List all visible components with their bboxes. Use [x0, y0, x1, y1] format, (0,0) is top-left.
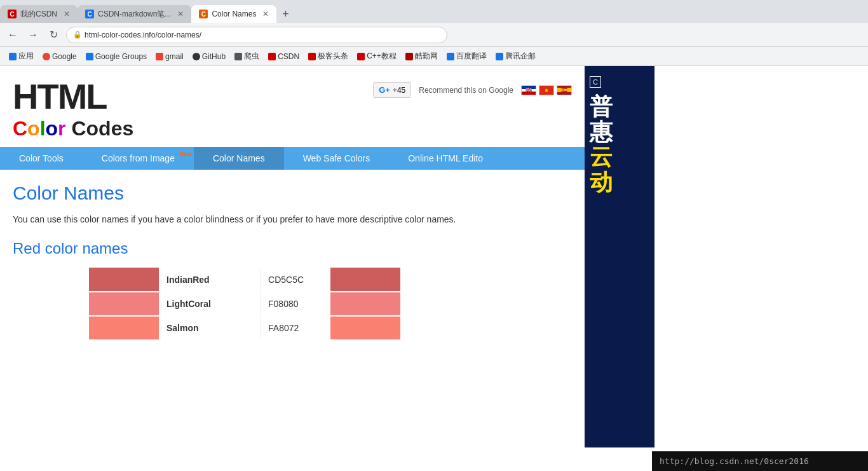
- page-description: You can use this color names if you have…: [13, 214, 572, 224]
- sidebar-c-badge: C: [590, 76, 601, 88]
- refresh-button[interactable]: ↻: [46, 27, 61, 43]
- bookmark-label-spider: 爬虫: [244, 51, 259, 62]
- forward-button[interactable]: →: [25, 27, 41, 43]
- bookmark-gmail[interactable]: gmail: [152, 51, 187, 62]
- logo-html-text: HTML: [13, 76, 133, 117]
- bookmark-label-kuqin: 酷勤网: [415, 51, 438, 62]
- bookmark-label-cpp: C++教程: [367, 51, 397, 62]
- site-header: HTML Color Codes G+ +45 Recommend this o: [0, 66, 585, 147]
- tab-csdn[interactable]: C 我的CSDN ✕: [0, 5, 78, 23]
- sidebar-text-3: 云: [590, 144, 649, 170]
- flag-es[interactable]: 🇪🇸: [557, 85, 572, 95]
- bookmarks-bar: 应用 Google Google Groups gmail GitHub 爬虫 …: [0, 47, 868, 66]
- bookmark-kuqin[interactable]: 酷勤网: [402, 50, 442, 63]
- sidebar-content: C 普 惠 云 动: [585, 66, 654, 447]
- bookmark-label-gmail: gmail: [165, 52, 184, 61]
- bookmark-geek[interactable]: 极客头条: [304, 50, 352, 63]
- nav-color-tools[interactable]: Color Tools: [0, 147, 83, 170]
- logo-subtitle: Color Codes: [13, 117, 133, 140]
- bookmark-apps[interactable]: 应用: [5, 50, 37, 63]
- bookmark-label-csdn: CSDN: [278, 52, 299, 61]
- bookmark-label-tencent: 腾讯企邮: [505, 51, 536, 62]
- bookmark-cpp[interactable]: C++教程: [353, 50, 400, 63]
- bookmark-label-baidu: 百度翻译: [456, 51, 487, 62]
- tab-csdn-md[interactable]: C CSDN-markdown笔... ✕: [78, 5, 191, 23]
- color-code-indianred: CD5C5C: [261, 268, 330, 292]
- bottom-url: http://blog.csdn.net/0scer2016: [660, 456, 809, 466]
- tab-favicon-color: C: [199, 10, 208, 18]
- new-tab-button[interactable]: +: [276, 5, 294, 23]
- browser-chrome: C 我的CSDN ✕ C CSDN-markdown笔... ✕ C Color…: [0, 0, 868, 66]
- nav-web-safe[interactable]: Web Safe Colors: [284, 147, 390, 170]
- nav-color-names[interactable]: Color Names: [194, 147, 284, 170]
- sidebar-text-4: 动: [590, 170, 649, 195]
- logo-html: HTML: [13, 76, 107, 117]
- bookmark-groups[interactable]: Google Groups: [82, 51, 151, 62]
- tab-label-color: Color Names: [212, 10, 256, 18]
- tab-color-names[interactable]: C Color Names ✕: [191, 5, 276, 23]
- sidebar-text-1: 普: [590, 94, 649, 119]
- table-row: Salmon FA8072: [89, 316, 400, 340]
- table-row: LightCoral F08080: [89, 292, 400, 316]
- color-name-salmon: Salmon: [159, 316, 261, 340]
- tab-close-csdn-md[interactable]: ✕: [177, 10, 184, 18]
- spider-icon: [234, 53, 242, 60]
- page-content: HTML Color Codes G+ +45 Recommend this o: [0, 66, 868, 447]
- header-right: G+ +45 Recommend this on Google 🇬🇧 ★ 🇪🇸: [373, 76, 572, 98]
- section-title: Red color names: [13, 240, 572, 257]
- gmail-icon: [156, 53, 163, 60]
- flag-cn[interactable]: ★: [539, 85, 554, 95]
- gplus-count: +45: [393, 86, 405, 95]
- apps-icon: [9, 53, 17, 60]
- bookmark-google[interactable]: Google: [39, 51, 81, 62]
- bookmark-csdn[interactable]: CSDN: [264, 51, 303, 62]
- cpp-icon: [357, 53, 365, 60]
- bookmark-label-google: Google: [52, 52, 77, 61]
- baidu-icon: [447, 53, 454, 60]
- color-swatch-right-salmon: [330, 316, 400, 340]
- github-icon: [193, 53, 200, 60]
- page-title: Color Names: [13, 182, 572, 204]
- nav-colors-from-image[interactable]: Colors from Image New: [83, 147, 194, 170]
- tab-label-csdn-md: CSDN-markdown笔...: [98, 9, 171, 20]
- bookmark-baidu-trans[interactable]: 百度翻译: [443, 50, 491, 63]
- kuqin-icon: [405, 53, 413, 60]
- url-text: html-color-codes.info/color-names/: [85, 31, 201, 39]
- color-swatch-left-salmon: [89, 316, 159, 340]
- logo-area: HTML Color Codes: [13, 76, 133, 140]
- color-swatch-right-lightcoral: [330, 292, 400, 316]
- main-content: HTML Color Codes G+ +45 Recommend this o: [0, 66, 585, 447]
- color-swatch-left-indianred: [89, 268, 159, 292]
- bookmark-spider[interactable]: 爬虫: [231, 50, 263, 63]
- recommend-text: Recommend this on Google: [419, 86, 513, 95]
- bookmark-tencent[interactable]: 腾讯企邮: [492, 50, 539, 63]
- geek-icon: [308, 53, 316, 60]
- bookmark-label-groups: Google Groups: [95, 52, 147, 61]
- bookmark-label-apps: 应用: [18, 51, 34, 62]
- color-name-indianred: IndianRed: [159, 268, 261, 292]
- bookmark-label-github: GitHub: [202, 52, 226, 61]
- color-swatch-left-lightcoral: [89, 292, 159, 316]
- color-code-lightcoral: F08080: [261, 292, 330, 316]
- color-name-lightcoral: LightCoral: [159, 292, 261, 316]
- url-bar[interactable]: 🔒 html-color-codes.info/color-names/: [66, 27, 447, 43]
- bookmark-github[interactable]: GitHub: [189, 51, 229, 62]
- tab-favicon-csdn: C: [8, 10, 17, 18]
- right-sidebar: C 普 惠 云 动: [585, 66, 654, 447]
- color-code-salmon: FA8072: [261, 316, 330, 340]
- tencent-icon: [496, 53, 503, 60]
- table-row: IndianRed CD5C5C: [89, 268, 400, 292]
- tab-close-color[interactable]: ✕: [262, 10, 269, 18]
- nav-html-editor[interactable]: Online HTML Edito: [389, 147, 502, 170]
- bottom-bar: http://blog.csdn.net/0scer2016: [652, 451, 868, 471]
- logo-color-text: Color: [13, 117, 71, 140]
- groups-icon: [86, 53, 93, 60]
- tab-close-csdn[interactable]: ✕: [64, 10, 70, 18]
- gplus-label: G+: [379, 85, 390, 95]
- color-swatch-right-indianred: [330, 268, 400, 292]
- google-icon: [43, 53, 50, 60]
- back-button[interactable]: ←: [5, 27, 20, 43]
- flag-en[interactable]: 🇬🇧: [521, 85, 536, 95]
- gplus-button[interactable]: G+ +45: [373, 82, 411, 98]
- address-bar: ← → ↻ 🔒 html-color-codes.info/color-name…: [0, 23, 868, 47]
